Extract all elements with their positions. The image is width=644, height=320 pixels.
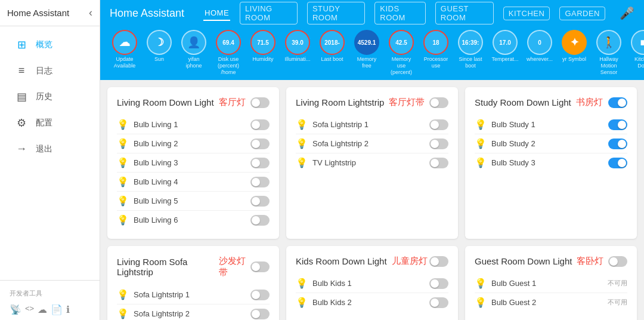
toggle[interactable] <box>250 309 270 319</box>
bulb-icon: 💡 <box>117 176 129 187</box>
status-circle-illuminati[interactable]: 39.0 <box>285 30 310 55</box>
status-circle-memoryfree[interactable]: 4529.1 <box>354 30 379 55</box>
toggle[interactable] <box>608 158 627 168</box>
device-name: Sofa Lightstrip 2 <box>134 309 246 318</box>
topbar-title: Home Assistant <box>110 7 184 20</box>
status-yrsymbol[interactable]: ✦yr Symbol <box>559 30 589 63</box>
toggle[interactable] <box>250 139 270 149</box>
status-circle-humidity[interactable]: 71.5 <box>250 30 275 55</box>
status-yifan[interactable]: 👤yifan iphone <box>179 30 209 69</box>
toggle[interactable] <box>250 97 270 108</box>
sidebar-item-settings[interactable]: ⚙配置 <box>5 110 95 136</box>
status-hallway[interactable]: 🚶Hallway Motion Sensor <box>594 30 624 75</box>
status-circle-hallway[interactable]: 🚶 <box>596 30 621 55</box>
toggle[interactable] <box>608 139 627 149</box>
status-label-sincelast: Since last boot <box>459 56 482 69</box>
sidebar-collapse-button[interactable]: ‹ <box>89 7 92 19</box>
bulb-icon: 💡 <box>296 157 308 168</box>
device-name: Bulb Living 1 <box>134 120 246 129</box>
status-update[interactable]: ☁Update Available <box>110 30 140 69</box>
toggle[interactable] <box>250 158 270 168</box>
status-label-memoryfree: Memory free <box>357 56 377 69</box>
device-row: 💡Bulb Living 3 <box>117 153 270 173</box>
device-name: Sofa Lightstrip 1 <box>312 120 425 129</box>
toggle[interactable] <box>250 119 270 130</box>
wifi-icon[interactable]: 📡 <box>10 304 21 315</box>
toggle[interactable] <box>250 177 270 187</box>
status-circle-disk[interactable]: 69.4 <box>216 30 241 55</box>
toggle[interactable] <box>608 256 627 267</box>
status-sun[interactable]: ☽Sun <box>144 30 174 63</box>
status-wherever[interactable]: 0wherever... <box>525 30 555 63</box>
status-circle-sun[interactable]: ☽ <box>147 30 172 55</box>
toggle[interactable] <box>429 158 448 168</box>
status-circle-yifan[interactable]: 👤 <box>181 30 206 55</box>
device-name: Bulb Study 2 <box>491 139 603 148</box>
status-circle-kitchen_door[interactable]: ■ <box>631 30 644 55</box>
sidebar-item-log[interactable]: ≡日志 <box>5 59 95 83</box>
tab-study[interactable]: STUDY ROOM <box>307 2 365 24</box>
card-title: Living Room Sofa Lightstrip <box>117 257 214 277</box>
toggle[interactable] <box>429 297 448 308</box>
toggle[interactable] <box>429 119 448 130</box>
device-name: Bulb Study 1 <box>491 120 603 129</box>
status-temp[interactable]: 17.0Temperat... <box>490 30 520 63</box>
tab-kids[interactable]: KIDS ROOM <box>374 2 425 24</box>
status-label-wherever: wherever... <box>527 56 553 63</box>
bulb-icon: 💡 <box>117 308 129 319</box>
status-circle-memoryuse[interactable]: 42.5 <box>389 30 414 55</box>
info-icon[interactable]: ℹ <box>66 304 70 315</box>
status-circle-lastboot[interactable]: 2018- <box>320 30 345 55</box>
status-label-hallway: Hallway Motion Sensor <box>599 56 618 75</box>
device-name: Bulb Study 3 <box>491 158 603 167</box>
tab-home[interactable]: HOME <box>203 6 230 21</box>
tab-garden[interactable]: GARDEN <box>559 7 605 20</box>
status-illuminati[interactable]: 39.0Illuminati... <box>283 30 312 63</box>
toggle[interactable] <box>608 97 627 108</box>
device-row: 💡Sofa Lightstrip 1 <box>117 285 270 304</box>
status-memoryfree[interactable]: 4529.1Memory free <box>352 30 382 69</box>
status-circle-sincelast[interactable]: 16:39: <box>458 30 483 55</box>
tab-guest[interactable]: GUEST ROOM <box>435 2 494 24</box>
status-circle-processor[interactable]: 18 <box>423 30 448 55</box>
status-circle-update[interactable]: ☁ <box>112 30 137 55</box>
toggle[interactable] <box>429 139 448 149</box>
status-humidity[interactable]: 71.5Humidity <box>248 30 278 63</box>
status-circle-wherever[interactable]: 0 <box>527 30 552 55</box>
device-name: Bulb Living 5 <box>134 196 246 205</box>
toggle[interactable] <box>429 278 448 289</box>
bulb-icon: 💡 <box>475 138 487 149</box>
status-circle-yrsymbol[interactable]: ✦ <box>562 30 587 55</box>
status-memoryuse[interactable]: 42.5Memory use (percent) <box>386 30 416 75</box>
card-title-wrap: Living Room Lightstrip客厅灯带 <box>296 97 425 108</box>
toggle[interactable] <box>429 256 448 267</box>
sidebar-item-history[interactable]: ▤历史 <box>5 84 95 109</box>
mic-icon[interactable]: 🎤 <box>620 6 634 20</box>
toggle[interactable] <box>250 290 270 300</box>
status-lastboot[interactable]: 2018-Last boot <box>317 30 347 63</box>
bulb-icon: 💡 <box>475 157 487 168</box>
sidebar-item-exit[interactable]: →退出 <box>5 137 95 161</box>
status-kitchen_door[interactable]: ■Kitchen Door <box>628 30 644 69</box>
status-disk[interactable]: 69.4Disk use (percent) /home <box>213 30 243 75</box>
status-sincelast[interactable]: 16:39:Since last boot <box>456 30 485 69</box>
toggle[interactable] <box>250 215 270 226</box>
device-name: Bulb Living 4 <box>134 177 246 186</box>
sidebar-item-overview[interactable]: ⊞概览 <box>5 32 95 57</box>
tab-kitchen[interactable]: KITCHEN <box>503 7 550 20</box>
status-label-yrsymbol: yr Symbol <box>562 56 586 63</box>
tab-living[interactable]: LIVING ROOM <box>240 2 298 24</box>
toggle[interactable] <box>250 261 270 272</box>
card-header: Study Room Down Light书房灯 <box>475 97 627 108</box>
toggle[interactable] <box>429 97 448 108</box>
sidebar-nav: ⊞概览≡日志▤历史⚙配置→退出 <box>0 26 100 275</box>
code-icon[interactable]: <> <box>25 304 34 315</box>
toggle[interactable] <box>250 196 270 207</box>
log-label: 日志 <box>36 66 52 76</box>
device-row: 💡Bulb Study 1 <box>475 115 627 134</box>
status-processor[interactable]: 18Processor use <box>421 30 451 69</box>
cloud-icon[interactable]: ☁ <box>38 304 47 315</box>
status-circle-temp[interactable]: 17.0 <box>493 30 518 55</box>
toggle[interactable] <box>608 119 627 130</box>
file-icon[interactable]: 📄 <box>51 304 63 315</box>
